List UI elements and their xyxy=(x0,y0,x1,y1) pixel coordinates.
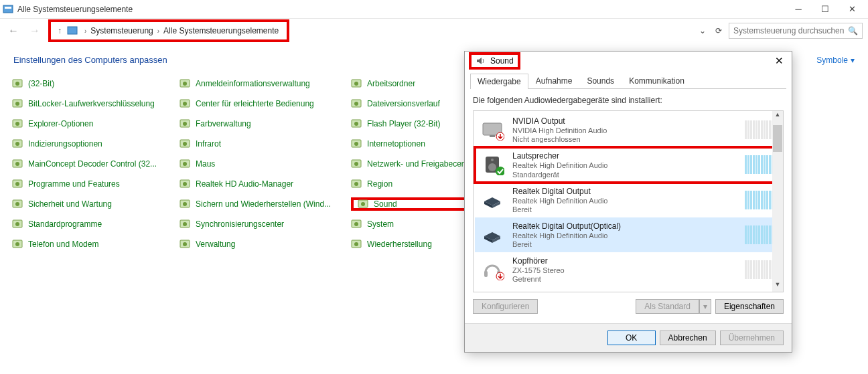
level-meter xyxy=(745,120,776,139)
cp-item-sicherheit-und-wartung[interactable]: Sicherheit und Wartung xyxy=(12,197,159,211)
address-dropdown-button[interactable]: ⌄ xyxy=(697,26,709,35)
device-list: NVIDIA OutputNVIDIA High Definition Audi… xyxy=(473,110,784,292)
cp-item-programme-und-features[interactable]: Programme und Features xyxy=(12,177,159,191)
maximize-button[interactable]: ☐ xyxy=(812,1,839,17)
configure-button[interactable]: Konfigurieren xyxy=(473,299,538,314)
view-toggle[interactable]: Symbole ▾ xyxy=(816,56,855,65)
cp-item-anmeldeinformationsverwaltung[interactable]: Anmeldeinformationsverwaltung xyxy=(179,77,331,90)
device-row[interactable]: Realtek Digital OutputRealtek High Defin… xyxy=(475,183,782,217)
scrollbar[interactable]: ▲ ▼ xyxy=(772,111,783,292)
cp-item-icon xyxy=(12,159,23,169)
tab-sounds[interactable]: Sounds xyxy=(579,73,622,88)
tab-wiedergabe[interactable]: Wiedergabe xyxy=(470,74,528,89)
svg-point-44 xyxy=(354,122,358,126)
cp-item-icon xyxy=(351,219,362,229)
set-default-button[interactable]: Als Standard ▾ xyxy=(636,299,711,314)
forward-button[interactable]: → xyxy=(27,25,43,37)
cp-item-center-f-r-erleichterte-bedienung[interactable]: Center für erleichterte Bedienung xyxy=(179,97,331,110)
cp-item-standardprogramme[interactable]: Standardprogramme xyxy=(12,217,159,231)
cp-item-icon xyxy=(351,118,362,129)
search-box[interactable]: 🔍 xyxy=(729,23,863,39)
cp-item-icon xyxy=(351,179,362,189)
search-input[interactable] xyxy=(733,26,848,35)
back-button[interactable]: ← xyxy=(5,25,21,37)
cp-item-infrarot[interactable]: Infrarot xyxy=(179,137,331,151)
scroll-thumb[interactable] xyxy=(773,125,782,152)
apply-button[interactable]: Übernehmen xyxy=(720,331,784,345)
cp-item-sichern-und-wiederherstellen-wind[interactable]: Sichern und Wiederherstellen (Wind... xyxy=(179,197,331,211)
device-status: Standardgerät xyxy=(512,171,737,179)
device-row[interactable]: LautsprecherRealtek High Definition Audi… xyxy=(474,146,783,183)
scroll-up-button[interactable]: ▲ xyxy=(772,111,783,122)
cp-item-label: Sichern und Wiederherstellen (Wind... xyxy=(196,199,331,209)
cp-item-32-bit[interactable]: (32-Bit) xyxy=(12,77,159,90)
address-box: ↑ › Systemsteuerung › Alle Systemsteueru… xyxy=(48,19,289,42)
cp-item-label: Programme und Features xyxy=(28,179,120,189)
refresh-button[interactable]: ⟳ xyxy=(713,26,725,35)
breadcrumb-root[interactable]: Systemsteuerung xyxy=(90,26,153,35)
cp-item-verwaltung[interactable]: Verwaltung xyxy=(179,238,331,251)
breadcrumb-leaf[interactable]: Alle Systemsteuerungselemente xyxy=(163,26,279,35)
dialog-close-button[interactable]: ✕ xyxy=(771,55,788,67)
cp-item-icon xyxy=(12,199,23,209)
cp-item-icon xyxy=(351,159,362,169)
cp-item-label: Sicherheit und Wartung xyxy=(28,199,112,209)
cp-item-label: Synchronisierungscenter xyxy=(196,219,284,229)
minimize-button[interactable]: ─ xyxy=(785,1,812,17)
device-row[interactable]: KopfhörerZX-1575 StereoGetrennt xyxy=(475,252,782,287)
cp-item-mainconcept-decoder-control-32[interactable]: MainConcept Decoder Control (32... xyxy=(12,157,159,171)
svg-point-36 xyxy=(183,222,187,226)
close-button[interactable]: ✕ xyxy=(839,1,865,17)
toolbar: ← → ↑ › Systemsteuerung › Alle Systemste… xyxy=(0,19,868,43)
svg-point-6 xyxy=(15,102,19,106)
cp-item-maus[interactable]: Maus xyxy=(179,157,331,171)
cp-item-realtek-hd-audio-manager[interactable]: Realtek HD Audio-Manager xyxy=(179,177,331,191)
properties-button[interactable]: Eigenschaften xyxy=(715,299,784,314)
window-titlebar: Alle Systemsteuerungselemente ─ ☐ ✕ xyxy=(0,0,868,19)
cp-item-icon xyxy=(179,138,190,149)
cp-item-icon xyxy=(358,199,368,209)
cp-item-bitlocker-laufwerkverschl-sselung[interactable]: BitLocker-Laufwerkverschlüsselung xyxy=(12,97,159,110)
device-info: NVIDIA OutputNVIDIA High Definition Audi… xyxy=(512,116,737,143)
svg-point-16 xyxy=(15,202,19,206)
device-name: Realtek Digital Output(Optical) xyxy=(512,221,737,231)
cp-item-label: Netzwerk- und Freigabecenter xyxy=(367,159,475,169)
page-title: Einstellungen des Computers anpassen xyxy=(13,55,167,65)
svg-point-34 xyxy=(183,202,187,206)
dialog-hint: Die folgenden Audiowiedergabegeräte sind… xyxy=(473,96,784,105)
cp-item-label: Maus xyxy=(196,159,215,169)
level-meter xyxy=(745,191,776,209)
device-name: Kopfhörer xyxy=(512,256,737,266)
cp-item-indizierungsoptionen[interactable]: Indizierungsoptionen xyxy=(12,137,159,151)
device-info: KopfhörerZX-1575 StereoGetrennt xyxy=(512,256,737,283)
svg-point-28 xyxy=(183,142,187,146)
tab-kommunikation[interactable]: Kommunikation xyxy=(622,73,692,88)
svg-point-12 xyxy=(15,162,19,166)
breadcrumb[interactable]: ↑ › Systemsteuerung › Alle Systemsteueru… xyxy=(48,19,289,42)
cp-item-label: Flash Player (32-Bit) xyxy=(367,119,440,128)
cp-item-icon xyxy=(179,78,190,89)
svg-point-42 xyxy=(354,102,358,106)
search-icon: 🔍 xyxy=(848,26,858,35)
set-default-menu-button[interactable]: ▾ xyxy=(699,299,711,314)
cp-item-label: System xyxy=(367,219,394,229)
ok-button[interactable]: OK xyxy=(607,331,656,345)
up-button[interactable]: ↑ xyxy=(58,26,62,35)
cp-item-telefon-und-modem[interactable]: Telefon und Modem xyxy=(12,238,159,251)
cp-item-icon xyxy=(351,138,362,149)
cp-item-explorer-optionen[interactable]: Explorer-Optionen xyxy=(12,117,159,130)
device-row[interactable]: NVIDIA OutputNVIDIA High Definition Audi… xyxy=(475,112,782,147)
cp-item-farbverwaltung[interactable]: Farbverwaltung xyxy=(179,117,331,130)
scroll-down-button[interactable]: ▼ xyxy=(772,281,783,292)
device-row[interactable]: Realtek Digital Output(Optical)Realtek H… xyxy=(475,217,782,252)
cp-item-icon xyxy=(12,98,23,109)
chevron-right-icon: › xyxy=(157,27,159,35)
cancel-button[interactable]: Abbrechen xyxy=(660,331,716,345)
tab-aufnahme[interactable]: Aufnahme xyxy=(528,73,580,88)
cp-item-label: Arbeitsordner xyxy=(367,79,415,88)
cp-item-synchronisierungscenter[interactable]: Synchronisierungscenter xyxy=(179,217,331,231)
control-panel-icon xyxy=(3,4,13,15)
cp-item-icon xyxy=(351,78,362,89)
device-icon xyxy=(480,190,504,210)
set-default-label[interactable]: Als Standard xyxy=(636,299,699,314)
